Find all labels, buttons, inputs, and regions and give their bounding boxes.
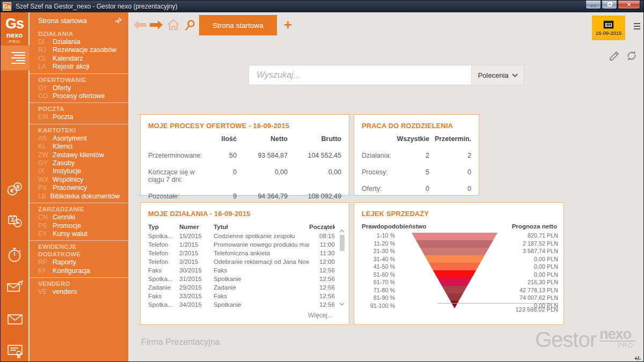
pin-icon[interactable] (115, 17, 122, 24)
table-row[interactable]: Procesy: 5 0 (354, 168, 479, 176)
sidebar-menu-item[interactable]: DIDziałania (30, 38, 128, 46)
panel-title: LEJEK SPRZEDAŻY (354, 203, 564, 218)
restore-button[interactable] (602, 1, 617, 9)
panel-moje-procesy-ofertowe: MOJE PROCESY OFERTOWE - 16-09-2015 Ilość… (140, 114, 349, 196)
menu-hamburger-icon[interactable] (1, 46, 30, 70)
activity-row[interactable]: Faks 30/2015 Faks 12:56 (141, 266, 349, 275)
sidebar-menu-item[interactable]: KLKlienci (30, 143, 128, 151)
activity-row[interactable]: Telefon 1/2015 Promowanie nowego produkt… (141, 240, 349, 249)
sidebar-menu-item[interactable]: RJRezerwacje zasobów (30, 46, 128, 54)
item-code: KL (38, 143, 53, 151)
certificate-icon[interactable] (1, 342, 30, 361)
refresh-icon[interactable] (626, 50, 638, 64)
probability-range-label: 11-20 % (354, 240, 395, 248)
table-header: Wszystkie Przetermin. (354, 135, 479, 143)
table-row[interactable]: Kończące się w ciągu 7 dni: 0 0,00 0,00 (141, 168, 349, 183)
mail-send-icon[interactable] (1, 277, 30, 297)
minimize-button[interactable] (586, 1, 601, 9)
sidebar-menu-item[interactable]: WXWspólnicy (30, 176, 128, 184)
menu-section-zarzadzanie: ZARZĄDZANIE CNCenniki PSPromocje EYKursy… (30, 203, 128, 241)
sales-funnel-chart: 1-10 % 11-20 % 21-30 % 31-40 % 41-50 % 5… (354, 232, 564, 309)
sidebar-menu-item[interactable]: EYKursy walut (30, 230, 128, 238)
search-button[interactable] (184, 19, 196, 31)
panel-praca-do-rozdzielenia: PRACA DO ROZDZIELENIA Wszystkie Przeterm… (354, 114, 479, 196)
activity-row[interactable]: Telefon 2/2015 Telefoniczna ankieta 11:3… (141, 249, 349, 257)
activity-row[interactable]: Faks 33/2015 Faks 12:56 (141, 292, 349, 300)
date-label: 16-09-2015 (596, 30, 622, 36)
sidebar-home-label: Strona startowa (38, 17, 87, 25)
main-content: Strona startowa + 16-09-2015 Polecenia (129, 12, 643, 361)
activity-row[interactable]: Spotka... 31/2015 Spotkanie 12:56 (141, 275, 349, 283)
sidebar-menu-item[interactable]: CNCenniki (30, 213, 128, 221)
table-row[interactable]: Oferty: 0 0 (354, 185, 479, 193)
chevron-down-icon (512, 73, 518, 77)
sidebar-menu-item[interactable]: ASAsortyment (30, 135, 128, 143)
back-button[interactable] (134, 20, 147, 29)
date-widget[interactable]: 16-09-2015 (592, 16, 625, 40)
finance-coins-icon[interactable]: $€ (1, 180, 30, 199)
item-code: RJ (38, 46, 53, 54)
close-button[interactable]: × (618, 1, 640, 9)
sidebar-menu-item[interactable]: ZWZestawy klientów (30, 151, 128, 159)
sidebar-menu-item[interactable]: LBBiblioteka dokumentów (30, 193, 128, 201)
brand-watermark: Gestor nexo PRO- (535, 328, 636, 352)
table-row[interactable]: Pozostałe: 9 94 364,79 108 092,49 (141, 193, 349, 200)
forecast-value: 2 187,52 PLN (467, 240, 558, 248)
search-bar: Polecenia (248, 65, 524, 85)
item-code: GY (38, 159, 53, 167)
activity-row[interactable]: Spotka... 34/2015 Spotkanie 12:56 (141, 300, 349, 309)
forecast-value: 0,00 PLN (467, 255, 558, 263)
widget-menu-icon[interactable] (634, 23, 640, 29)
section-header: DZIAŁANIA (30, 29, 128, 38)
sidebar-menu-item[interactable]: RPRaporty (30, 258, 128, 267)
home-button[interactable] (167, 18, 180, 31)
item-label: Działania (53, 38, 80, 46)
stopwatch-icon[interactable] (1, 245, 30, 264)
new-tab-button[interactable]: + (284, 17, 292, 33)
activity-row[interactable]: Spotka... 15/2015 Codzienne spotkanie ze… (141, 232, 349, 240)
item-code: PX (38, 184, 53, 192)
activity-row[interactable]: Telefon 3/2015 Odebranie reklamacji od J… (141, 257, 349, 266)
calendar-clock-icon[interactable]: 2 (1, 212, 30, 231)
sidebar-menu-item[interactable]: OYOferty (30, 84, 128, 92)
forecast-value: 0,00 PLN (467, 271, 558, 279)
sidebar-menu-item[interactable]: CLKalendarz (30, 55, 128, 63)
sidebar-menu-item[interactable]: KFKonfiguracja (30, 267, 128, 275)
sidebar-menu-item[interactable]: LARejestr akcji (30, 63, 128, 71)
panel-title: PRACA DO ROZDZIELENIA (354, 115, 479, 130)
tab-strona-startowa[interactable]: Strona startowa (199, 15, 277, 35)
probability-range-label: 91-100 % (354, 302, 395, 310)
titlebar: Gs Szef Szef na Gestor_nexo - Gestor nex… (1, 1, 643, 12)
item-label: Cenniki (53, 213, 75, 221)
table-header: Typ Numer Tytuł Początek (141, 222, 349, 232)
sidebar-rail: Gs nexo -PRO- $€ 2 (1, 12, 30, 361)
panel-moje-dzialania: MOJE DZIAŁANIA - 16-09-2015 Typ Numer Ty… (140, 202, 349, 325)
scroll-down-icon[interactable] (339, 302, 345, 306)
sidebar-menu-item[interactable]: PSPromocje (30, 222, 128, 230)
forward-button[interactable] (150, 20, 163, 29)
item-code: RP (38, 258, 53, 267)
sidebar-menu-item[interactable]: PXPracownicy (30, 184, 128, 192)
edit-pencil-icon[interactable] (609, 50, 620, 64)
probability-range-label: 21-30 % (354, 247, 395, 255)
sidebar-menu-item[interactable]: EMPoczta (30, 113, 128, 121)
activity-row[interactable]: Zadanie 29/2015 Zadanie 12:56 (141, 283, 349, 292)
commands-dropdown[interactable]: Polecenia (471, 65, 524, 85)
more-link[interactable]: Więcej... (308, 312, 333, 319)
vertical-scrollbar[interactable] (338, 230, 346, 309)
table-row[interactable]: Przeterminowane: 50 93 584,87 104 552,45 (141, 152, 349, 159)
scroll-up-icon[interactable] (339, 230, 345, 233)
scrollbar-thumb[interactable] (340, 235, 345, 251)
item-label: Rejestr akcji (53, 63, 90, 71)
sidebar-menu-item[interactable]: GYZasoby (30, 159, 128, 167)
sidebar-menu-item[interactable]: VEvendero (30, 288, 128, 296)
sidebar-menu-item[interactable]: IXInstytucje (30, 167, 128, 175)
section-header: ZARZĄDZANIE (30, 205, 128, 213)
sidebar-menu-item[interactable]: COProcesy ofertowe (30, 92, 128, 100)
table-row[interactable]: Działania: 2 2 (354, 152, 479, 159)
item-label: Promocje (53, 222, 81, 230)
sidebar-item-strona-startowa[interactable]: Strona startowa (30, 16, 128, 28)
search-input[interactable] (249, 65, 471, 85)
section-header: OFERTOWANIE (30, 76, 128, 84)
mail-icon[interactable] (1, 309, 30, 329)
